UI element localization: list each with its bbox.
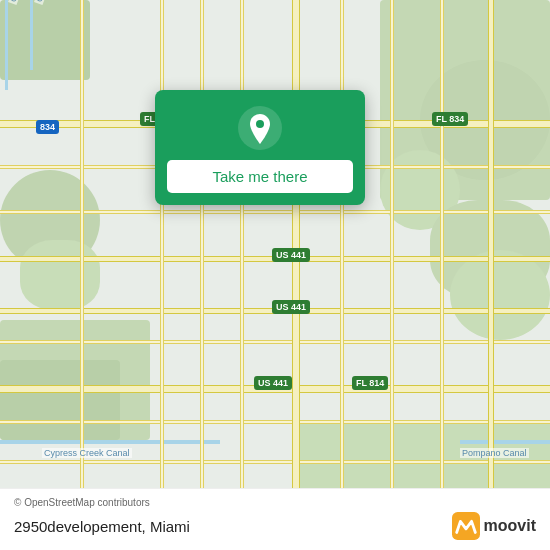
green-area-tl [0,0,90,80]
road-v-160 [160,0,164,550]
green-area-bl2 [0,360,120,440]
moovit-logo: moovit [452,512,536,540]
shield-us441-bot: US 441 [254,376,292,390]
shield-834: 834 [36,120,59,134]
take-me-there-button[interactable]: Take me there [167,160,353,193]
shield-us441-mid2: US 441 [272,300,310,314]
road-v-240 [240,0,244,550]
map-container: US 441 FL 834 FL 834 US 441 US 441 US 44… [0,0,550,550]
label-cypress: Cypress Creek Canal [42,448,132,458]
shield-us441-mid1: US 441 [272,248,310,262]
svg-point-1 [256,120,264,128]
map-attribution: © OpenStreetMap contributors [14,497,536,508]
location-name: 2950developement, Miami [14,518,190,535]
road-v-200 [200,0,204,550]
canal-cypress [0,440,220,444]
road-us441-v [292,0,300,550]
bottom-bar: © OpenStreetMap contributors 2950develop… [0,488,550,550]
road-v-390 [390,0,394,550]
moovit-label: moovit [484,517,536,535]
road-v-80 [80,0,84,550]
svg-rect-2 [452,512,480,540]
popup-card: Take me there [155,90,365,205]
shield-fl814: FL 814 [352,376,388,390]
location-pin [238,106,282,150]
road-v-right [488,0,494,550]
bottom-row: 2950developement, Miami moovit [14,512,536,540]
road-v-340 [340,0,344,550]
green-area-l2 [20,240,100,310]
canal-v1 [5,0,8,90]
canal-v2 [30,0,33,70]
moovit-icon [452,512,480,540]
canal-pompano [460,440,550,444]
road-v-440 [440,0,444,550]
shield-fl834-right: FL 834 [432,112,468,126]
label-pompano: Pompano Canal [460,448,529,458]
green-area-r3 [450,250,550,340]
